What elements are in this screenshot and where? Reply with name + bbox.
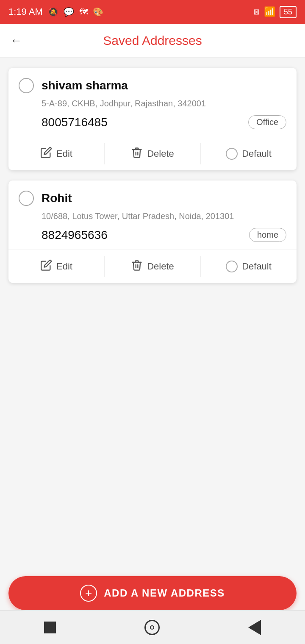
trash-icon-2 — [131, 259, 143, 274]
back-button[interactable]: ← — [10, 34, 22, 47]
header: ← Saved Addresses — [0, 24, 305, 58]
status-time: 1:19 AM — [8, 6, 43, 17]
page-title: Saved Addresses — [29, 33, 276, 48]
trash-icon-1 — [131, 147, 143, 161]
delete-button-2[interactable]: Delete — [105, 256, 201, 277]
contact-address-2: 10/688, Lotus Tower, Uttar Pradesh, Noid… — [42, 210, 286, 222]
card-body-2: Rohit 10/688, Lotus Tower, Uttar Pradesh… — [8, 180, 297, 250]
nav-home[interactable] — [144, 620, 160, 635]
card-actions-1: Edit Delete Default — [8, 137, 297, 170]
battery-indicator: 55 — [280, 6, 297, 18]
address-card-2: Rohit 10/688, Lotus Tower, Uttar Pradesh… — [8, 180, 297, 283]
card-phone-row-1: 8005716485 Office — [42, 115, 286, 129]
contact-phone-1: 8005716485 — [42, 116, 108, 129]
card-actions-2: Edit Delete Default — [8, 250, 297, 283]
main-content: shivam sharma 5-A-89, CKHB, Jodhpur, Raj… — [0, 58, 305, 644]
delete-label-1: Delete — [147, 148, 174, 159]
card-name-row-2: Rohit — [19, 191, 286, 206]
radio-select-addr1[interactable] — [19, 78, 34, 93]
square-icon — [44, 622, 56, 633]
default-button-1[interactable]: Default — [201, 144, 297, 163]
contact-phone-2: 8824965636 — [42, 228, 108, 242]
wifi-icon: 📶 — [264, 6, 275, 17]
pencil-icon-2 — [40, 259, 52, 274]
default-radio-2[interactable] — [226, 261, 238, 272]
plus-circle-icon: + — [80, 585, 97, 602]
color-icon: 🎨 — [93, 7, 103, 17]
contact-name-1: shivam sharma — [42, 79, 128, 92]
radio-select-addr2[interactable] — [19, 191, 34, 206]
contact-address-1: 5-A-89, CKHB, Jodhpur, Rajasthan, 342001 — [42, 97, 286, 109]
maps-icon: 🗺 — [79, 7, 88, 17]
whatsapp-icon: 💬 — [64, 7, 74, 17]
alarm-icon: 🔕 — [48, 7, 58, 17]
bottom-navigation — [0, 610, 305, 644]
pencil-icon-1 — [40, 147, 52, 161]
default-label-2: Default — [242, 261, 272, 272]
contact-name-2: Rohit — [42, 192, 72, 205]
circle-inner — [150, 625, 154, 630]
edit-label-1: Edit — [56, 148, 72, 159]
edit-button-1[interactable]: Edit — [8, 143, 105, 164]
address-card-1: shivam sharma 5-A-89, CKHB, Jodhpur, Raj… — [8, 68, 297, 170]
delete-button-1[interactable]: Delete — [105, 143, 201, 164]
triangle-icon — [248, 620, 261, 635]
default-label-1: Default — [242, 148, 272, 159]
close-icon: ⊠ — [253, 7, 260, 17]
add-address-button[interactable]: + ADD A NEW ADDRESS — [8, 576, 297, 610]
card-body-1: shivam sharma 5-A-89, CKHB, Jodhpur, Raj… — [8, 68, 297, 137]
default-radio-1[interactable] — [226, 148, 238, 160]
address-tag-1: Office — [248, 115, 286, 129]
status-right: ⊠ 📶 55 — [253, 6, 297, 18]
circle-icon — [144, 620, 160, 635]
delete-label-2: Delete — [147, 261, 174, 272]
card-phone-row-2: 8824965636 home — [42, 228, 286, 242]
add-address-label: ADD A NEW ADDRESS — [104, 587, 225, 599]
nav-recent-apps[interactable] — [44, 622, 56, 633]
card-name-row-1: shivam sharma — [19, 78, 286, 93]
edit-label-2: Edit — [56, 261, 72, 272]
status-left: 1:19 AM 🔕 💬 🗺 🎨 — [8, 6, 103, 17]
address-tag-2: home — [249, 228, 286, 242]
default-button-2[interactable]: Default — [201, 257, 297, 276]
status-bar: 1:19 AM 🔕 💬 🗺 🎨 ⊠ 📶 55 — [0, 0, 305, 24]
edit-button-2[interactable]: Edit — [8, 256, 105, 277]
nav-back[interactable] — [248, 620, 261, 635]
